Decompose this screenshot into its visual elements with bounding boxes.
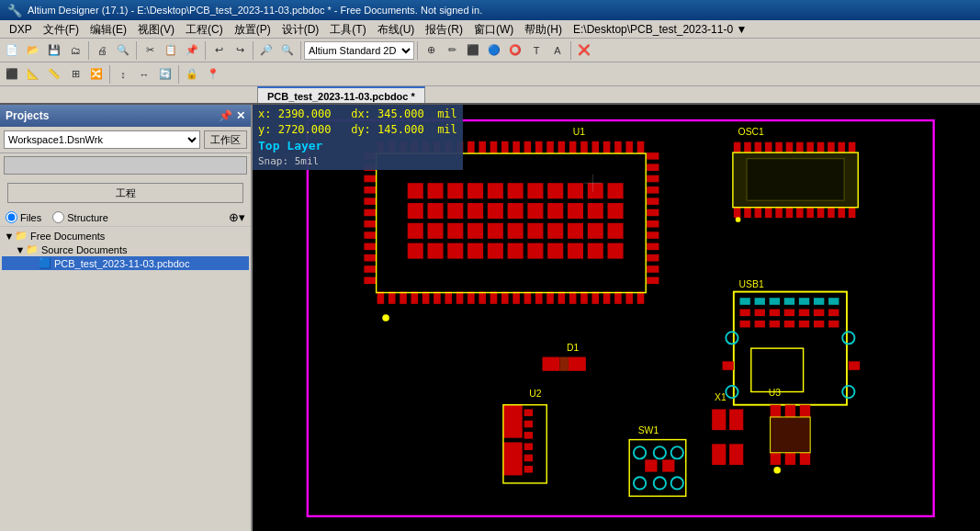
svg-rect-210 <box>785 405 795 417</box>
svg-rect-74 <box>647 277 659 284</box>
svg-rect-202 <box>662 459 674 471</box>
t2-btn4[interactable]: ⊞ <box>65 64 85 85</box>
save-btn[interactable]: 💾 <box>44 40 64 61</box>
t2-btn2[interactable]: 📐 <box>23 64 43 85</box>
zoom-out-btn[interactable]: 🔍 <box>277 40 298 61</box>
svg-rect-111 <box>447 243 463 259</box>
menu-route[interactable]: 布线(U) <box>372 20 421 39</box>
redo-btn[interactable]: ↪ <box>230 40 250 61</box>
tool7-btn[interactable]: A <box>547 40 568 61</box>
svg-rect-22 <box>591 141 599 153</box>
svg-rect-106 <box>568 223 583 239</box>
tool1-btn[interactable]: ⊕ <box>421 40 441 61</box>
menu-window[interactable]: 窗口(W) <box>468 20 519 39</box>
zoom-in-btn[interactable]: 🔎 <box>256 40 276 61</box>
menu-dxp[interactable]: DXP <box>4 20 38 39</box>
view-combo[interactable]: Altium Standard 2D <box>304 41 414 60</box>
menu-edit[interactable]: 编辑(E) <box>84 20 132 39</box>
y-value: 2720.000 <box>278 123 332 136</box>
menu-file[interactable]: 文件(F) <box>38 20 84 39</box>
dx-value: 345.000 <box>377 107 424 120</box>
t2-btn8[interactable]: 🔄 <box>155 64 175 85</box>
drc-btn[interactable]: ❌ <box>574 40 594 61</box>
tree-item-pcb-file[interactable]: 🟦 PCB_test_2023-11-03.pcbdoc <box>2 256 249 270</box>
paste-btn[interactable]: 📌 <box>182 40 202 61</box>
svg-rect-72 <box>647 254 659 262</box>
svg-rect-115 <box>527 243 543 259</box>
sep3 <box>205 41 206 60</box>
workarea-btn[interactable]: 工作区 <box>204 130 247 149</box>
panel-pin-btn[interactable]: 📌 <box>219 109 232 122</box>
svg-rect-50 <box>637 292 645 304</box>
svg-rect-151 <box>739 298 749 305</box>
menu-design[interactable]: 设计(D) <box>276 20 325 39</box>
tree-item-free-docs[interactable]: ▼ 📁 Free Documents <box>2 229 249 243</box>
svg-rect-13 <box>490 141 498 153</box>
t2-btn1[interactable]: ⬛ <box>2 64 22 85</box>
sep4 <box>253 41 253 60</box>
menu-help[interactable]: 帮助(H) <box>519 20 568 39</box>
t2-btn5[interactable]: 🔀 <box>86 64 107 85</box>
tool5-btn[interactable]: ⭕ <box>505 40 525 61</box>
menu-place[interactable]: 放置(P) <box>229 20 276 39</box>
svg-rect-60 <box>364 254 376 262</box>
new-btn[interactable]: 📄 <box>2 40 22 61</box>
undo-btn[interactable]: ↩ <box>208 40 229 61</box>
t2-btn6[interactable]: ↕ <box>113 64 133 85</box>
svg-rect-35 <box>467 292 475 304</box>
menu-path[interactable]: E:\Desktop\PCB_test_2023-11-0 ▼ <box>568 20 752 39</box>
svg-rect-134 <box>734 208 741 218</box>
svg-rect-84 <box>568 183 583 198</box>
main-area: Projects 📌 ✕ Workspace1.DsnWrk 工作区 工程 Fi… <box>0 105 980 531</box>
svg-rect-54 <box>364 186 376 194</box>
project-search-input[interactable] <box>4 156 247 175</box>
svg-rect-99 <box>428 223 444 239</box>
cut-btn[interactable]: ✂ <box>140 40 160 61</box>
svg-rect-162 <box>799 310 809 317</box>
svg-rect-163 <box>814 310 824 317</box>
files-radio[interactable] <box>6 211 17 223</box>
project-btn[interactable]: 工程 <box>7 183 243 203</box>
folder-icon-free-docs: 📁 <box>15 230 28 242</box>
svg-text:U1: U1 <box>573 127 586 137</box>
menu-tools[interactable]: 工具(T) <box>324 20 371 39</box>
panel-close-btn[interactable]: ✕ <box>236 109 245 122</box>
t2-btn10[interactable]: 📍 <box>203 64 223 85</box>
tool2-btn[interactable]: ✏ <box>442 40 462 61</box>
svg-rect-67 <box>647 198 659 205</box>
svg-rect-191 <box>524 466 533 473</box>
svg-rect-20 <box>569 141 577 153</box>
menu-project[interactable]: 工程(C) <box>180 20 229 39</box>
svg-rect-184 <box>503 405 523 438</box>
svg-rect-119 <box>608 243 624 259</box>
svg-rect-16 <box>524 141 532 153</box>
menu-bar: DXP 文件(F) 编辑(E) 视图(V) 工程(C) 放置(P) 设计(D) … <box>0 20 980 39</box>
panel-expand-btn[interactable]: ⊕▾ <box>229 210 245 224</box>
pcb-canvas-area[interactable]: x: 2390.000 dx: 345.000 mil y: 2720.000 … <box>253 105 980 531</box>
svg-rect-89 <box>447 203 463 219</box>
svg-rect-127 <box>786 142 794 153</box>
tab-bar: PCB_test_2023-11-03.pcbdoc * <box>0 86 980 105</box>
print-btn[interactable]: 🖨 <box>92 40 112 61</box>
t2-btn3[interactable]: 📏 <box>44 64 64 85</box>
structure-radio-label[interactable]: Structure <box>52 211 108 223</box>
files-radio-label[interactable]: Files <box>6 211 41 223</box>
tool4-btn[interactable]: 🔵 <box>484 40 504 61</box>
structure-radio[interactable] <box>52 211 64 223</box>
open-btn[interactable]: 📂 <box>23 40 43 61</box>
save-all-btn[interactable]: 🗂 <box>65 40 85 61</box>
copy-btn[interactable]: 📋 <box>161 40 181 61</box>
tree-item-source-docs[interactable]: ▼ 📁 Source Documents <box>2 243 249 256</box>
tool3-btn[interactable]: ⬛ <box>463 40 483 61</box>
svg-rect-55 <box>364 198 376 205</box>
menu-reports[interactable]: 报告(R) <box>420 20 468 39</box>
svg-rect-47 <box>603 292 611 304</box>
svg-rect-41 <box>535 292 543 304</box>
pcb-tab[interactable]: PCB_test_2023-11-03.pcbdoc * <box>257 86 425 103</box>
print-prev-btn[interactable]: 🔍 <box>113 40 133 61</box>
tool6-btn[interactable]: T <box>526 40 546 61</box>
t2-btn7[interactable]: ↔ <box>134 64 154 85</box>
workspace-select[interactable]: Workspace1.DsnWrk <box>4 130 200 149</box>
menu-view[interactable]: 视图(V) <box>132 20 180 39</box>
t2-btn9[interactable]: 🔒 <box>182 64 202 85</box>
